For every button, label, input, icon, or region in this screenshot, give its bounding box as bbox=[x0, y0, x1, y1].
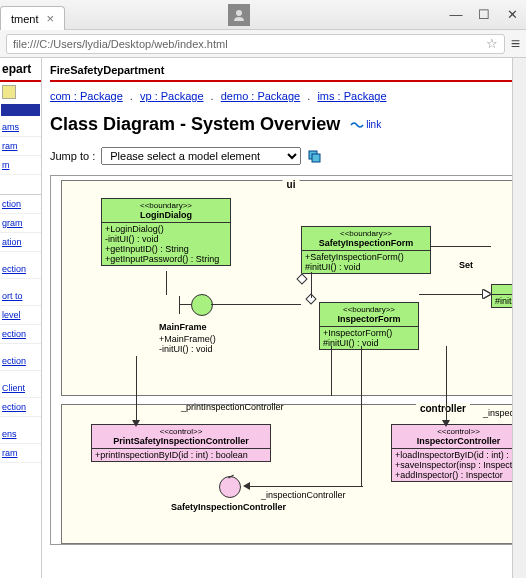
hamburger-menu-icon[interactable]: ≡ bbox=[511, 35, 520, 53]
left-sidebar: epart ams ram m ction gram ation ection … bbox=[0, 58, 42, 578]
main-panel: FireSafetyDepartment com : Package . vp … bbox=[42, 58, 526, 578]
svg-rect-2 bbox=[312, 154, 320, 162]
user-avatar-icon[interactable] bbox=[228, 4, 250, 26]
vertical-scrollbar[interactable] bbox=[512, 58, 526, 578]
boundary-icon[interactable] bbox=[191, 294, 213, 316]
browser-tab[interactable]: tment × bbox=[0, 6, 65, 30]
link-button[interactable]: link bbox=[350, 119, 381, 130]
sidebar-item[interactable]: ort to bbox=[0, 287, 41, 306]
close-window-icon[interactable]: ✕ bbox=[506, 9, 518, 21]
breadcrumb-link[interactable]: vp : Package bbox=[140, 90, 204, 102]
control-icon[interactable] bbox=[219, 476, 241, 498]
arrow-icon bbox=[132, 420, 140, 427]
arrow-icon bbox=[483, 290, 490, 298]
tab-title: tment bbox=[11, 13, 39, 25]
bookmark-star-icon[interactable]: ☆ bbox=[486, 36, 498, 51]
sidebar-header: epart bbox=[0, 58, 41, 82]
address-text: file:///C:/Users/lydia/Desktop/web/index… bbox=[13, 38, 228, 50]
address-bar[interactable]: file:///C:/Users/lydia/Desktop/web/index… bbox=[6, 34, 505, 54]
sidebar-item[interactable]: ram bbox=[0, 137, 41, 156]
sidebar-icon-row bbox=[0, 82, 41, 102]
sidebar-item[interactable]: ams bbox=[0, 118, 41, 137]
package-label: ui bbox=[283, 179, 300, 190]
page-title: Class Diagram - System Overview bbox=[50, 114, 340, 135]
window-controls: — ☐ ✕ bbox=[0, 0, 526, 30]
svg-point-0 bbox=[236, 10, 242, 16]
page-title-row: Class Diagram - System Overview link bbox=[50, 114, 518, 135]
sidebar-item[interactable]: m bbox=[0, 156, 41, 175]
package-label: controller bbox=[416, 403, 470, 414]
class-inspector-controller[interactable]: <<control>> InspectorController +loadIns… bbox=[391, 424, 518, 482]
association-label: _inspec bbox=[483, 408, 514, 418]
class-login-dialog[interactable]: <<boundary>> LoginDialog +LoginDialog() … bbox=[101, 198, 231, 266]
jump-to-row: Jump to : Please select a model element bbox=[50, 147, 518, 165]
address-bar-row: file:///C:/Users/lydia/Desktop/web/index… bbox=[0, 30, 526, 58]
set-label: Set bbox=[459, 260, 473, 270]
sidebar-item[interactable]: ens bbox=[0, 425, 41, 444]
s-link-icon bbox=[350, 120, 364, 130]
class-inspector-form[interactable]: <<boundary>> InspectorForm +InspectorFor… bbox=[319, 302, 419, 350]
sidebar-item[interactable]: gram bbox=[0, 214, 41, 233]
safety-inspection-controller-name: SafetyInspectionController bbox=[171, 502, 286, 512]
jump-label: Jump to : bbox=[50, 150, 95, 162]
sidebar-item[interactable]: level bbox=[0, 306, 41, 325]
sidebar-selected-row[interactable] bbox=[1, 104, 40, 116]
arrow-icon bbox=[243, 482, 250, 490]
class-diagram-canvas[interactable]: ui <<boundary>> LoginDialog +LoginDialog… bbox=[50, 175, 518, 545]
maximize-icon[interactable]: ☐ bbox=[478, 9, 490, 21]
sidebar-item[interactable]: ection bbox=[0, 398, 41, 417]
breadcrumb-link[interactable]: com : Package bbox=[50, 90, 123, 102]
arrow-icon bbox=[442, 420, 450, 427]
sidebar-item[interactable]: ection bbox=[0, 325, 41, 344]
sidebar-item[interactable]: ation bbox=[0, 233, 41, 252]
sidebar-item[interactable]: ection bbox=[0, 260, 41, 279]
class-print-safety-inspection-controller[interactable]: <<control>> PrintSafetyInspectionControl… bbox=[91, 424, 271, 462]
minimize-icon[interactable]: — bbox=[450, 9, 462, 21]
association-label: _printInspectionController bbox=[181, 402, 284, 412]
close-icon[interactable]: × bbox=[47, 11, 55, 26]
department-header: FireSafetyDepartment bbox=[50, 64, 518, 82]
sidebar-item[interactable]: ection bbox=[0, 352, 41, 371]
breadcrumb-link[interactable]: ims : Package bbox=[317, 90, 386, 102]
folder-icon[interactable] bbox=[2, 85, 16, 99]
copy-icon[interactable] bbox=[307, 149, 321, 163]
association-label: _inspectionController bbox=[261, 490, 346, 500]
sidebar-item[interactable]: ram bbox=[0, 444, 41, 463]
sidebar-item[interactable]: Client bbox=[0, 379, 41, 398]
class-safety-inspection-form[interactable]: <<boundary>> SafetyInspectionForm +Safet… bbox=[301, 226, 431, 274]
mainframe-name: MainFrame bbox=[159, 322, 207, 332]
breadcrumb: com : Package . vp : Package . demo : Pa… bbox=[50, 90, 518, 102]
jump-select[interactable]: Please select a model element bbox=[101, 147, 301, 165]
breadcrumb-link[interactable]: demo : Package bbox=[221, 90, 301, 102]
sidebar-item[interactable]: ction bbox=[0, 195, 41, 214]
